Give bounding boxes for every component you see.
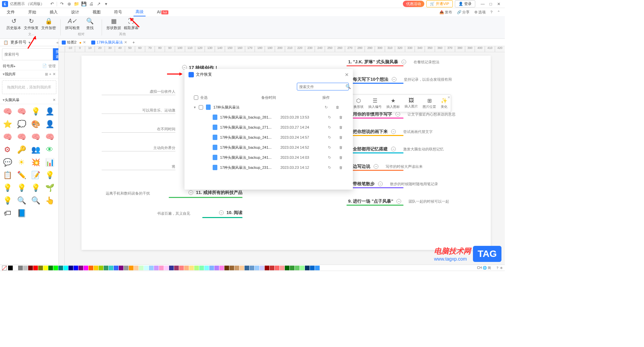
more-symbols-label[interactable]: 更多符号 [10, 40, 26, 45]
vip-button[interactable]: 🛒开通VIP [426, 0, 453, 7]
change-shape-button[interactable]: ⬡换形状 [352, 96, 366, 111]
close-tab-icon[interactable]: ✕ [124, 40, 127, 45]
color-swatch[interactable] [194, 266, 199, 270]
promo-badge[interactable]: 优惠活动 [403, 1, 424, 7]
shape-item[interactable]: 💡 [2, 195, 13, 206]
shape-item[interactable]: 📋 [2, 170, 13, 181]
collapse-icon[interactable]: − [374, 164, 378, 169]
mylib-section[interactable]: ▾我的库 ⊞+✕ [0, 70, 58, 78]
row-checkbox[interactable] [199, 105, 203, 110]
color-swatch[interactable] [33, 266, 38, 270]
select-all-checkbox[interactable] [194, 95, 198, 100]
restore-icon[interactable]: ↻ [328, 165, 331, 170]
color-swatch[interactable] [13, 266, 18, 270]
mindmap-node-partial[interactable]: 主动向外界分 [102, 145, 175, 151]
mindmap-node-partial[interactable]: 在不同时间 [102, 127, 175, 133]
expand-icon[interactable]: ▾ [194, 105, 199, 110]
shape-item[interactable]: 🔍 [16, 195, 27, 206]
file-encrypt-button[interactable]: 🔒文件加密 [41, 17, 56, 30]
collapse-ribbon-icon[interactable]: ⌃ [497, 10, 500, 14]
file-row[interactable]: 17种头脑风暴法_backup_231...2023.03.23 14:12↻🗑 [184, 162, 353, 172]
color-swatch[interactable] [129, 266, 133, 270]
color-swatch[interactable] [38, 266, 43, 270]
menu-start[interactable]: 开始 [26, 8, 38, 16]
export-button[interactable]: ↗ [95, 0, 102, 8]
publish-button[interactable]: 📤 发布 [439, 10, 452, 15]
file-row[interactable]: 17种头脑风暴法_backup_241...2023.03.24 14:52↻🗑 [184, 142, 353, 152]
color-swatch[interactable] [245, 266, 249, 270]
color-swatch[interactable] [159, 266, 164, 270]
color-swatch[interactable] [28, 266, 33, 270]
restore-icon[interactable]: ↻ [328, 145, 331, 150]
color-swatch[interactable] [84, 266, 88, 270]
color-swatch[interactable] [43, 266, 48, 270]
color-swatch[interactable] [224, 266, 229, 270]
spellcheck-button[interactable]: A✓拼写检查 [65, 17, 80, 30]
color-swatch[interactable] [114, 266, 118, 270]
image-position-button[interactable]: ⊞图片位置 [421, 96, 438, 111]
mindmap-node[interactable]: 8. 带根笔散步−散步的时候随时随地用笔记录 [348, 181, 455, 187]
insert-image-button[interactable]: 🖼插入图片 [402, 96, 420, 111]
collapse-icon[interactable]: − [396, 199, 401, 204]
minimize-button[interactable]: — [479, 1, 487, 7]
shape-item[interactable]: 📊 [44, 157, 55, 168]
color-swatch[interactable] [23, 266, 28, 270]
color-swatch[interactable] [260, 266, 264, 270]
mindmap-node[interactable]: 5. 把你想说的画下来−尝试画画代替文字 [348, 129, 455, 135]
file-row[interactable]: 17种头脑风暴法_backup_271...2023.03.27 14:24↻🗑 [184, 122, 353, 132]
shape-item[interactable]: 💡 [16, 183, 27, 193]
login-button[interactable]: 👤登录 [455, 0, 475, 7]
mindmap-node[interactable]: 6. 全部都用记忆搭建−激发大脑生动的联想记忆 [348, 146, 455, 152]
shape-item[interactable]: 📘 [16, 208, 27, 219]
shape-item[interactable]: 🧠 [30, 132, 41, 142]
drop-zone[interactable]: 拖拽到此处，添加到我的库 [2, 80, 56, 94]
help-icon[interactable]: ? [490, 10, 492, 14]
color-swatch[interactable] [310, 266, 315, 270]
color-swatch[interactable] [109, 266, 113, 270]
shape-item[interactable]: 👤 [44, 106, 55, 117]
color-swatch[interactable] [315, 266, 320, 270]
shape-item[interactable]: 📝 [30, 170, 41, 181]
close-button[interactable]: ✕ [495, 1, 503, 7]
shape-item[interactable]: 👆 [44, 195, 55, 206]
restore-icon[interactable]: ↻ [328, 115, 331, 120]
collapse-icon[interactable]: − [219, 210, 224, 215]
new-button[interactable]: ⊕ [65, 0, 73, 8]
share-button[interactable]: 🔗 分享 [457, 10, 470, 15]
color-swatch[interactable] [219, 266, 224, 270]
insert-icon-button[interactable]: ★插入图标 [384, 96, 402, 111]
color-swatch[interactable] [179, 266, 184, 270]
insert-number-button[interactable]: ☰插入编号 [366, 96, 384, 111]
collapse-icon[interactable]: − [391, 147, 396, 151]
collapse-icon[interactable]: − [391, 129, 396, 134]
open-button[interactable]: 📁 [73, 0, 80, 8]
color-swatch[interactable] [204, 266, 209, 270]
shape-item[interactable]: 💥 [30, 157, 41, 168]
color-swatch[interactable] [139, 266, 144, 270]
save-button[interactable]: 💾 [80, 0, 88, 8]
more-button[interactable]: ▾ [102, 0, 110, 8]
color-swatch[interactable] [68, 266, 73, 270]
color-swatch[interactable] [149, 266, 154, 270]
add-tab-button[interactable]: + [130, 40, 138, 45]
shape-item[interactable]: 🧠 [2, 132, 13, 142]
shape-item[interactable]: 💡 [44, 170, 55, 181]
menu-insert[interactable]: 插入 [48, 8, 60, 16]
tab-drawing2[interactable]: 绘图2 ● ✕ [59, 39, 89, 46]
search-button[interactable]: 搜索 [53, 48, 59, 60]
mindmap-node[interactable]: 1. "J.K. 罗琳" 式头脑风暴−在餐纸记录想法 [348, 59, 455, 65]
color-swatch[interactable] [124, 266, 128, 270]
symbol-lib-section[interactable]: 符号库▸ 📄管理 [0, 62, 58, 70]
file-row[interactable]: ▾17种头脑风暴法↻🗑 [184, 102, 353, 112]
collapse-icon[interactable]: − [392, 77, 396, 82]
shape-item[interactable]: 🔍 [30, 195, 41, 206]
color-swatch[interactable] [270, 266, 274, 270]
color-swatch[interactable] [119, 266, 123, 270]
color-swatch[interactable] [214, 266, 219, 270]
collapse-icon[interactable]: − [401, 60, 406, 64]
color-swatch[interactable] [164, 266, 169, 270]
shape-item[interactable]: 💡 [30, 183, 41, 193]
color-swatch[interactable] [104, 266, 108, 270]
restore-icon[interactable]: ↻ [325, 105, 328, 110]
menu-view[interactable]: 视图 [91, 8, 103, 16]
